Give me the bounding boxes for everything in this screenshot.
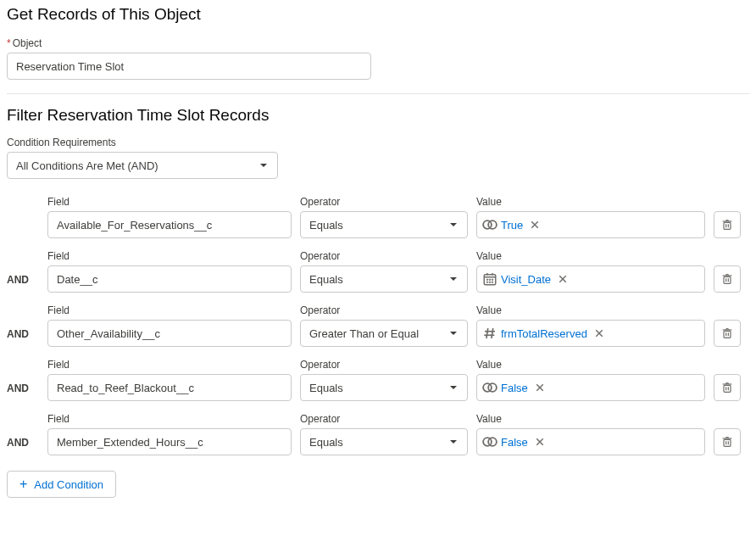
bool-icon [482, 434, 498, 449]
operator-label: Operator [300, 413, 468, 425]
field-input[interactable]: Read_to_Reef_Blackout__c [47, 374, 292, 401]
operator-label: Operator [300, 250, 468, 262]
field-input[interactable]: Member_Extended_Hours__c [47, 428, 292, 455]
field-value: Read_to_Reef_Blackout__c [57, 382, 194, 394]
chevron-down-icon [448, 274, 459, 284]
object-value: Reservation Time Slot [16, 60, 124, 73]
add-condition-button[interactable]: + Add Condition [7, 471, 116, 498]
field-value: Member_Extended_Hours__c [57, 436, 203, 449]
add-condition-label: Add Condition [34, 478, 103, 491]
chevron-down-icon [448, 328, 459, 338]
logic-and: AND [7, 382, 29, 401]
cond-req-label: Condition Requirements [7, 137, 749, 148]
operator-select[interactable]: Equals [300, 211, 468, 238]
value-text: frmTotalReserved [501, 327, 587, 340]
operator-label: Operator [300, 196, 468, 208]
value-text: True [501, 219, 523, 232]
value-input[interactable]: False [476, 374, 705, 401]
value-label: Value [476, 250, 705, 262]
bool-icon [482, 217, 498, 232]
operator-label: Operator [300, 304, 468, 316]
value-label: Value [476, 359, 705, 371]
clear-value-icon[interactable] [558, 273, 568, 286]
field-label: Field [47, 359, 292, 371]
number-icon [482, 326, 498, 341]
condition-row: ANDFieldRead_to_Reef_Blackout__cOperator… [7, 359, 749, 401]
logic-and: AND [7, 328, 29, 347]
logic-and: AND [7, 274, 29, 293]
operator-select[interactable]: Equals [300, 374, 468, 401]
field-label: Field [47, 304, 292, 316]
filter-title: Filter Reservation Time Slot Records [7, 106, 749, 125]
clear-value-icon[interactable] [535, 382, 545, 394]
delete-row-button[interactable] [714, 320, 741, 347]
value-input[interactable]: True [476, 211, 705, 238]
condition-row: FieldAvailable_For_Reservations__cOperat… [7, 196, 749, 238]
operator-select[interactable]: Greater Than or Equal [300, 320, 468, 347]
clear-value-icon[interactable] [535, 436, 545, 449]
cond-req-value: All Conditions Are Met (AND) [16, 159, 158, 172]
chevron-down-icon [448, 220, 459, 230]
operator-value: Equals [309, 273, 343, 286]
delete-row-button[interactable] [714, 211, 741, 238]
operator-select[interactable]: Equals [300, 428, 468, 455]
operator-value: Equals [309, 436, 343, 449]
condition-row: ANDFieldMember_Extended_Hours__cOperator… [7, 413, 749, 455]
field-value: Available_For_Reservations__c [57, 219, 212, 232]
chevron-down-icon [448, 382, 459, 393]
logic-and: AND [7, 437, 29, 455]
plus-icon: + [19, 477, 27, 491]
value-input[interactable]: False [476, 428, 705, 455]
field-input[interactable]: Other_Availability__c [47, 320, 292, 347]
field-input[interactable]: Date__c [47, 265, 292, 293]
delete-row-button[interactable] [714, 374, 741, 401]
bool-icon [482, 380, 498, 395]
clear-value-icon[interactable] [594, 327, 604, 340]
get-records-title: Get Records of This Object [7, 5, 749, 24]
object-label: *Object [7, 37, 749, 49]
object-input[interactable]: Reservation Time Slot [7, 53, 371, 80]
value-input[interactable]: Visit_Date [476, 265, 705, 293]
condition-row: ANDFieldOther_Availability__cOperatorGre… [7, 304, 749, 347]
value-input[interactable]: frmTotalReserved [476, 320, 705, 347]
section-divider [7, 93, 749, 94]
operator-select[interactable]: Equals [300, 265, 468, 293]
operator-value: Equals [309, 219, 343, 232]
cond-req-select[interactable]: All Conditions Are Met (AND) [7, 152, 278, 179]
field-label: Field [47, 196, 292, 208]
operator-value: Equals [309, 382, 343, 394]
delete-row-button[interactable] [714, 265, 741, 293]
delete-row-button[interactable] [714, 428, 741, 455]
date-icon [482, 271, 498, 287]
value-label: Value [476, 304, 705, 316]
chevron-down-icon [258, 160, 269, 170]
condition-row: ANDFieldDate__cOperatorEqualsValueVisit_… [7, 250, 749, 293]
chevron-down-icon [448, 437, 459, 447]
field-value: Other_Availability__c [57, 327, 160, 340]
field-input[interactable]: Available_For_Reservations__c [47, 211, 292, 238]
operator-value: Greater Than or Equal [309, 327, 419, 340]
field-label: Field [47, 413, 292, 425]
field-value: Date__c [57, 273, 97, 286]
field-label: Field [47, 250, 292, 262]
value-text: Visit_Date [501, 273, 551, 286]
value-text: False [501, 382, 528, 394]
clear-value-icon[interactable] [530, 219, 540, 232]
value-label: Value [476, 413, 705, 425]
value-label: Value [476, 196, 705, 208]
operator-label: Operator [300, 359, 468, 371]
value-text: False [501, 436, 528, 449]
